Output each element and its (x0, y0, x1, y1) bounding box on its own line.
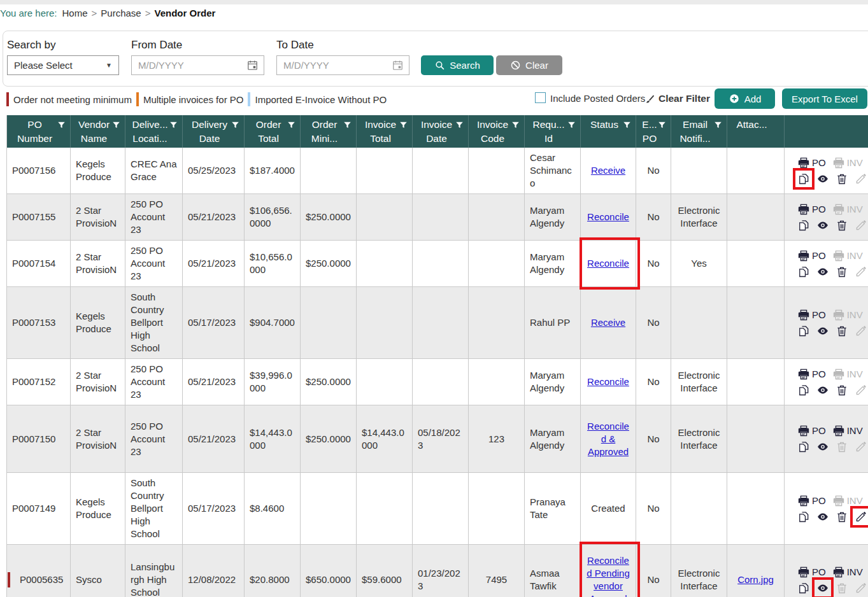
filter-icon[interactable] (169, 120, 178, 130)
cell-status: Reconcile (581, 241, 636, 286)
copy-button[interactable] (797, 582, 810, 594)
status-link[interactable]: Reconciled Pending vendor Approval (587, 555, 630, 597)
status-link[interactable]: Receive (591, 317, 625, 328)
copy-button[interactable] (797, 440, 810, 453)
filter-icon[interactable] (455, 120, 464, 130)
search-by-select[interactable]: Please Select ▼ (7, 55, 119, 75)
add-button[interactable]: Add (715, 88, 775, 109)
edit-button[interactable] (855, 510, 867, 523)
status-link[interactable]: Reconcile (587, 258, 629, 269)
filter-icon[interactable] (231, 120, 240, 130)
print-inv-button[interactable]: INV (832, 495, 863, 507)
edit-button[interactable] (855, 265, 867, 278)
calendar-icon[interactable] (246, 59, 259, 71)
view-button[interactable] (816, 440, 829, 453)
breadcrumb-item-home[interactable]: Home (62, 8, 88, 18)
status-link[interactable]: Reconcile (587, 211, 629, 222)
export-to-excel-button[interactable]: Export To Excel (782, 88, 867, 109)
filter-icon[interactable] (657, 120, 667, 130)
cell-delivery-date: 05/25/2023 (183, 148, 245, 193)
view-button[interactable] (816, 172, 829, 185)
column-header-invoice-code: InvoiceCode (469, 115, 525, 148)
copy-button[interactable] (797, 325, 810, 337)
to-date-input[interactable] (282, 59, 392, 71)
view-button[interactable] (816, 510, 829, 523)
copy-button[interactable] (797, 510, 810, 523)
print-inv-button[interactable]: INV (832, 203, 863, 216)
clear-filter-button[interactable]: Clear Filter (644, 93, 710, 104)
cell-po-number: P0007149 (7, 473, 71, 544)
include-posted-orders-checkbox[interactable] (535, 92, 546, 103)
print-po-button[interactable]: PO (797, 157, 826, 169)
view-button[interactable] (816, 325, 829, 337)
filter-icon[interactable] (713, 120, 723, 130)
filter-icon[interactable] (111, 120, 121, 130)
edit-button[interactable] (855, 582, 867, 594)
print-po-button[interactable]: PO (797, 495, 826, 507)
filter-icon[interactable] (622, 120, 632, 130)
print-po-button[interactable]: PO (797, 249, 826, 262)
table-row: P0007153Kegels ProduceSouth Country Bell… (7, 287, 868, 359)
from-date-input[interactable] (137, 59, 246, 71)
filter-icon[interactable] (57, 120, 66, 130)
cell-status: Receive (581, 287, 636, 358)
print-po-button[interactable]: PO (797, 368, 826, 381)
cell-po-number: P0007154 (7, 241, 71, 286)
delete-button[interactable] (836, 384, 848, 397)
cell-delivery-location: CREC Ana Grace (125, 148, 183, 193)
edit-button[interactable] (855, 440, 867, 453)
filter-icon[interactable] (399, 120, 408, 130)
status-link[interactable]: Reconciled & Approved (587, 421, 629, 457)
to-date-label: To Date (276, 39, 314, 52)
print-po-button[interactable]: PO (797, 203, 826, 216)
breadcrumb-separator: > (92, 8, 97, 18)
search-by-label: Search by (7, 39, 56, 52)
delete-button[interactable] (836, 325, 848, 337)
delete-button[interactable] (836, 172, 848, 185)
print-inv-button[interactable]: INV (832, 566, 863, 579)
edit-button[interactable] (855, 219, 867, 232)
search-button[interactable]: Search (421, 55, 494, 75)
edit-button[interactable] (855, 384, 867, 397)
copy-button[interactable] (797, 265, 810, 278)
filter-icon[interactable] (567, 120, 576, 130)
breadcrumb-item-purchase[interactable]: Purchase (101, 8, 141, 18)
copy-button[interactable] (797, 172, 810, 185)
filter-icon[interactable] (343, 120, 352, 130)
print-inv-button[interactable]: INV (832, 249, 863, 262)
print-inv-button[interactable]: INV (832, 368, 863, 381)
cell-invoice-date (413, 194, 469, 240)
cell-delivery-date: 05/21/2023 (183, 405, 245, 472)
print-po-button[interactable]: PO (797, 309, 826, 321)
clear-button[interactable]: Clear (496, 55, 562, 75)
filter-icon[interactable] (511, 120, 520, 130)
delete-button[interactable] (836, 510, 848, 523)
delete-button[interactable] (836, 582, 848, 594)
delete-button[interactable] (836, 219, 848, 232)
cell-requested-id: Maryam Algendy (525, 359, 581, 405)
status-link[interactable]: Receive (591, 165, 625, 176)
status-link[interactable]: Reconcile (587, 376, 629, 387)
view-button[interactable] (816, 265, 829, 278)
copy-button[interactable] (797, 384, 810, 397)
edit-button[interactable] (855, 172, 867, 185)
filter-icon[interactable] (287, 120, 296, 130)
copy-button[interactable] (797, 219, 810, 232)
print-po-button[interactable]: PO (797, 566, 826, 579)
edit-button[interactable] (855, 325, 867, 337)
cell-order-minimum (301, 148, 357, 193)
view-button[interactable] (816, 219, 829, 232)
view-button[interactable] (816, 384, 829, 397)
print-po-button[interactable]: PO (797, 425, 826, 437)
print-inv-button[interactable]: INV (832, 425, 863, 437)
delete-button[interactable] (836, 265, 848, 278)
print-inv-button[interactable]: INV (832, 309, 863, 321)
po-number-text: P0007154 (12, 257, 65, 270)
table-row: P00071502 Star ProvisioN250 PO Account 2… (7, 405, 868, 473)
print-inv-button[interactable]: INV (832, 157, 863, 169)
view-button[interactable] (816, 582, 829, 594)
delete-button[interactable] (836, 440, 848, 453)
calendar-icon[interactable] (392, 59, 404, 71)
attachment-link[interactable]: Corn.jpg (737, 574, 774, 585)
cell-invoice-date (413, 148, 469, 193)
